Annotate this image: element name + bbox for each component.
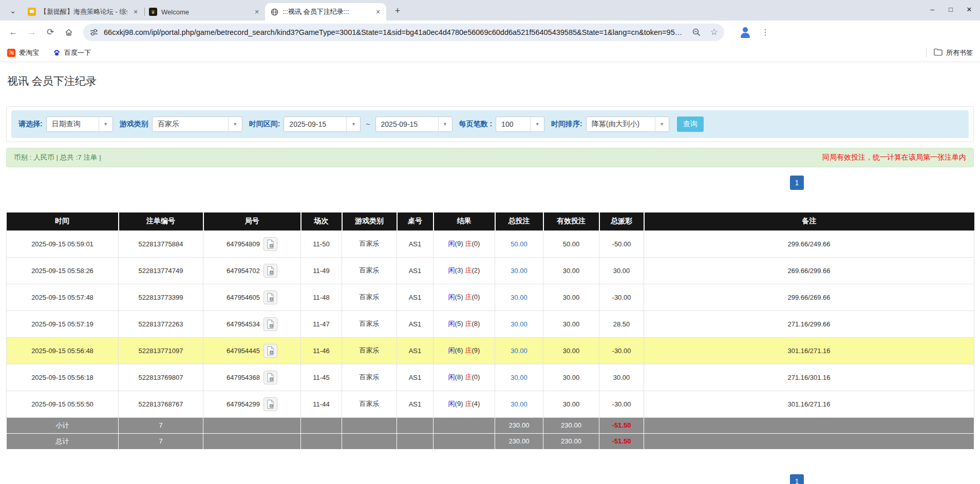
table-header-row: 时间 注单编号 局号 场次 游戏类别 桌号 结果 总投注 有效投注 总派彩 备注	[7, 212, 974, 230]
banker-result: 庄	[465, 266, 472, 274]
video-record-icon[interactable]	[263, 264, 277, 278]
home-icon[interactable]	[61, 24, 77, 41]
cell-time: 2025-09-15 05:56:48	[7, 337, 119, 364]
bookmark-baidu[interactable]: 百度一下	[52, 48, 91, 57]
currency-total-text: 币别 : 人民币 | 总共 :7 注单 |	[14, 153, 101, 162]
welcome-favicon-icon: ♛	[149, 8, 157, 16]
total-total-bet: 230.00	[495, 433, 543, 449]
video-record-icon[interactable]	[263, 344, 277, 358]
cell-note: 301.16/271.16	[644, 391, 974, 417]
subtotal-valid-bet: 230.00	[543, 417, 599, 433]
game-type-select[interactable]: 百家乐 ▼	[152, 117, 242, 132]
browser-menu-icon[interactable]: ⋮	[761, 27, 769, 37]
column-header-payout: 总派彩	[599, 212, 644, 230]
per-page-select[interactable]: 100 ▼	[496, 117, 544, 132]
cell-valid-bet: 30.00	[543, 391, 599, 417]
tab-close-icon[interactable]: ✕	[374, 8, 382, 16]
bookmark-star-icon[interactable]: ☆	[710, 27, 718, 37]
profile-avatar-icon[interactable]	[739, 26, 752, 39]
total-bet-link[interactable]: 30.00	[511, 347, 527, 355]
player-result: 闲	[448, 293, 455, 301]
page-1-button[interactable]: 1	[790, 176, 804, 190]
round-number: 647954702	[227, 267, 260, 275]
cell-result: 闲(5)庄(8)	[434, 311, 495, 337]
tab-strip: ⌄ 【新提醒】海燕策略论坛 - 综合 ✕ ♛ Welcome ✕ :::视讯 会…	[0, 0, 980, 21]
round-number: 647954605	[227, 294, 260, 301]
video-record-icon[interactable]	[263, 397, 277, 411]
table-row: 2025-09-15 05:56:48522813771097647954445…	[7, 337, 974, 364]
tab-search-icon[interactable]: ⌄	[4, 2, 22, 20]
banker-result: 庄	[465, 346, 472, 354]
total-bet-link[interactable]: 30.00	[511, 294, 527, 301]
cell-session: 11-47	[301, 311, 342, 337]
reload-icon[interactable]: ⟳	[42, 24, 59, 41]
globe-favicon-icon	[270, 8, 278, 16]
subtotal-total-bet: 230.00	[495, 417, 543, 433]
bookmark-taobao[interactable]: 淘 爱淘宝	[7, 48, 39, 57]
cell-payout: -50.00	[599, 230, 644, 257]
chevron-down-icon: ▼	[99, 117, 112, 131]
close-button[interactable]: ✕	[962, 2, 977, 16]
back-icon[interactable]: ←	[5, 24, 22, 41]
site-info-icon[interactable]	[89, 28, 99, 37]
cell-valid-bet: 30.00	[543, 257, 599, 284]
cell-time: 2025-09-15 05:58:26	[7, 257, 119, 284]
game-type-label: 游戏类别	[120, 120, 148, 129]
player-result: 闲	[448, 346, 455, 354]
total-bet-link[interactable]: 30.00	[511, 400, 527, 408]
maximize-button[interactable]: □	[943, 2, 958, 16]
banker-score: (9)	[472, 346, 480, 354]
tab-welcome[interactable]: ♛ Welcome ✕	[144, 3, 265, 21]
cell-note: 301.16/271.16	[644, 337, 974, 364]
total-bet-link[interactable]: 50.00	[511, 240, 527, 248]
cell-table-number: AS1	[397, 364, 434, 391]
player-result: 闲	[448, 373, 455, 381]
player-score: (9)	[455, 400, 463, 408]
new-tab-button[interactable]: +	[390, 4, 405, 18]
banker-score: (0)	[472, 293, 480, 301]
address-bar[interactable]: 66cxkj98.com/ipl/portal.php/game/betreco…	[83, 24, 724, 41]
page-1-button[interactable]: 1	[790, 474, 804, 484]
total-bet-link[interactable]: 30.00	[511, 320, 527, 328]
cell-table-number: AS1	[397, 311, 434, 337]
cell-note: 271.16/301.16	[644, 364, 974, 391]
tab-close-icon[interactable]: ✕	[131, 8, 140, 16]
tab-title: Welcome	[161, 8, 249, 16]
date-to-select[interactable]: 2025-09-15 ▼	[375, 117, 453, 132]
filter-bar: 请选择: 日期查询 ▼ 游戏类别 百家乐 ▼ 时间区间: 2025-09-15 …	[11, 110, 969, 138]
page-content: 视讯 会员下注纪录 请选择: 日期查询 ▼ 游戏类别 百家乐 ▼ 时间区间: 2…	[0, 62, 980, 484]
forward-icon[interactable]: →	[24, 24, 40, 41]
cell-table-number: AS1	[397, 284, 434, 311]
cell-game-type: 百家乐	[342, 391, 397, 417]
total-row: 总计 7 230.00 230.00 -51.50	[7, 433, 974, 449]
video-record-icon[interactable]	[263, 291, 277, 304]
query-type-select[interactable]: 日期查询 ▼	[46, 117, 113, 132]
cell-round: 647954445	[203, 337, 301, 364]
time-sort-select[interactable]: 降冪(由大到小) ▼	[586, 117, 669, 132]
banker-score: (2)	[472, 266, 480, 274]
all-bookmarks-button[interactable]: 所有书签	[934, 48, 973, 57]
banker-score: (4)	[472, 400, 480, 408]
search-button[interactable]: 查询	[677, 117, 704, 132]
zoom-indicator-icon[interactable]	[692, 28, 701, 37]
round-number: 647954368	[227, 374, 260, 381]
banker-result: 庄	[465, 400, 472, 408]
cell-valid-bet: 50.00	[543, 230, 599, 257]
video-record-icon[interactable]	[263, 317, 277, 331]
total-label: 总计	[7, 433, 119, 449]
cell-game-type: 百家乐	[342, 337, 397, 364]
tab-betrecord-active[interactable]: :::视讯 会员下注纪录::: ✕	[265, 3, 386, 21]
total-bet-link[interactable]: 30.00	[511, 374, 527, 381]
total-bet-link[interactable]: 30.00	[511, 267, 527, 275]
cell-total-bet: 30.00	[495, 284, 543, 311]
url-text[interactable]: 66cxkj98.com/ipl/portal.php/game/betreco…	[104, 28, 687, 36]
minimize-button[interactable]: –	[925, 2, 940, 16]
chevron-down-icon: ▼	[655, 117, 669, 131]
cell-table-number: AS1	[397, 391, 434, 417]
cell-result: 闲(9)庄(0)	[434, 230, 495, 257]
tab-close-icon[interactable]: ✕	[253, 8, 261, 16]
tab-forum[interactable]: 【新提醒】海燕策略论坛 - 综合 ✕	[23, 3, 144, 21]
date-from-select[interactable]: 2025-09-15 ▼	[284, 117, 361, 132]
video-record-icon[interactable]	[263, 237, 277, 251]
video-record-icon[interactable]	[263, 371, 277, 384]
